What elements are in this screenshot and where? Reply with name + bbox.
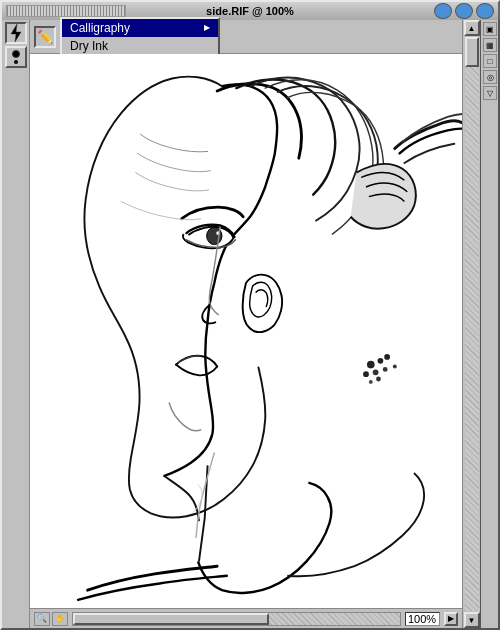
brush-calligraphy-label: Calligraphy: [70, 21, 130, 35]
scroll-track[interactable]: [465, 37, 479, 611]
status-icon-group: 🔍 ✋: [34, 612, 68, 626]
dot-large: [12, 50, 20, 58]
zoom-level: 100%: [405, 612, 440, 626]
panel-icon-3[interactable]: □: [483, 54, 497, 68]
dot-small: [14, 60, 18, 64]
svg-point-8: [383, 367, 388, 372]
svg-point-10: [393, 365, 397, 369]
calligraphy-submenu-arrow: ▶: [204, 23, 210, 32]
close-button[interactable]: [434, 3, 452, 19]
brush-dropdown: Calligraphy ▶ Dry Ink: [60, 17, 220, 57]
status-bar: 🔍 ✋ 100% ▶: [30, 608, 462, 628]
right-panel: ▣ ▦ □ ◎ ▽: [480, 20, 498, 628]
brush-calligraphy-item[interactable]: Calligraphy ▶: [62, 19, 218, 37]
horizontal-scroll-thumb[interactable]: [73, 613, 269, 625]
svg-point-11: [369, 380, 373, 384]
svg-marker-0: [11, 24, 21, 42]
scroll-down-button[interactable]: ▼: [464, 612, 480, 628]
zoom-in-icon[interactable]: 🔍: [34, 612, 50, 626]
title-bar-title: side.RIF @ 100%: [206, 5, 294, 17]
dot-tool-icon: [12, 50, 20, 64]
brush-dry-ink-label: Dry Ink: [70, 39, 108, 53]
brush-dropdown-panel: Calligraphy ▶ Dry Ink: [60, 17, 220, 57]
lightning-icon: [9, 24, 23, 42]
pan-icon[interactable]: ✋: [52, 612, 68, 626]
svg-point-4: [367, 361, 375, 369]
right-scrollbar: ▲ ▼: [462, 20, 480, 628]
svg-point-12: [376, 377, 381, 382]
brush-dry-ink-item[interactable]: Dry Ink: [62, 37, 218, 55]
brush-icon-button[interactable]: ✏️: [34, 26, 56, 48]
dot-tool-button[interactable]: [5, 46, 27, 68]
scroll-right-button[interactable]: ▶: [444, 612, 458, 626]
drawing-canvas: [30, 54, 462, 608]
horizontal-scrollbar[interactable]: [72, 612, 401, 626]
maximize-button[interactable]: [476, 3, 494, 19]
main-container: ✏️ Calligraphy ▶ Dry Ink: [0, 20, 500, 630]
brush-bar: ✏️ Calligraphy ▶ Dry Ink: [30, 20, 462, 54]
lightning-tool-button[interactable]: [5, 22, 27, 44]
panel-icon-4[interactable]: ◎: [483, 70, 497, 84]
svg-point-7: [373, 369, 379, 375]
svg-point-9: [363, 371, 369, 377]
scroll-thumb[interactable]: [465, 37, 479, 67]
panel-icon-2[interactable]: ▦: [483, 38, 497, 52]
minimize-button[interactable]: [455, 3, 473, 19]
panel-icon-5[interactable]: ▽: [483, 86, 497, 100]
panel-icon-1[interactable]: ▣: [483, 22, 497, 36]
svg-point-5: [378, 358, 384, 364]
title-bar-grip[interactable]: [6, 5, 126, 17]
title-bar-buttons: [434, 3, 494, 19]
canvas-area[interactable]: [30, 54, 462, 608]
scroll-up-button[interactable]: ▲: [464, 20, 480, 36]
left-toolbar: [2, 20, 30, 628]
svg-rect-1: [30, 57, 462, 604]
center-area: ✏️ Calligraphy ▶ Dry Ink: [30, 20, 462, 628]
svg-point-6: [384, 354, 390, 360]
